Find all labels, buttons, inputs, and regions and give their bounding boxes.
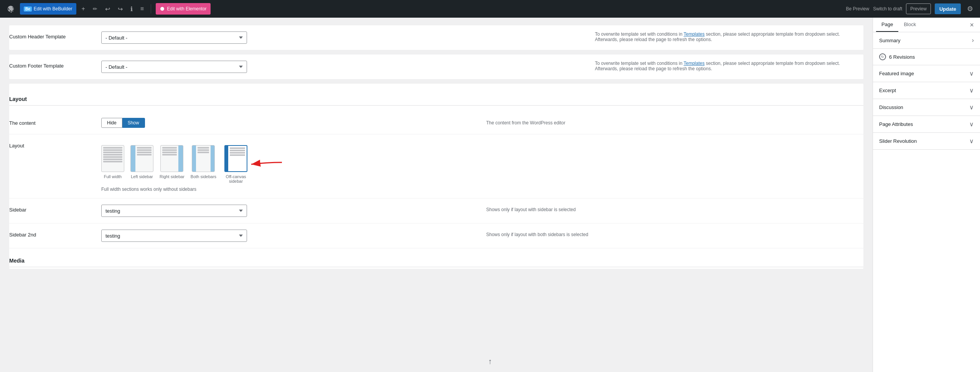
content-toggle-group: Hide Show xyxy=(101,118,479,128)
discussion-item: Discussion ∨ xyxy=(873,99,980,116)
the-content-desc: The content from the WordPress editor xyxy=(486,118,864,126)
layout-label-left: Left sidebar xyxy=(131,174,153,179)
layout-options-content: Full width xyxy=(101,141,863,192)
the-content-controls: Hide Show xyxy=(101,118,479,128)
edit-elementor-button[interactable]: Edit with Elementor xyxy=(156,3,210,15)
page-attributes-item: Page Attributes ∨ xyxy=(873,116,980,133)
layout-offcanvas[interactable]: Off-canvas sidebar xyxy=(222,145,249,184)
layout-note: Full width sections works only without s… xyxy=(101,187,863,192)
sidebar-2nd-row: Sidebar 2nd testing Shows only if layout… xyxy=(9,223,863,248)
sidebar-2nd-label: Sidebar 2nd xyxy=(9,230,94,238)
main-wrapper: Custom Header Template - Default - To ov… xyxy=(0,18,980,372)
publish-button[interactable]: Update xyxy=(935,3,961,14)
layout-icon-left xyxy=(130,145,153,172)
revisions-label: 6 Revisions xyxy=(889,54,915,60)
page-attributes-header[interactable]: Page Attributes ∨ xyxy=(873,116,980,132)
revisions-item[interactable]: ↻ 6 Revisions xyxy=(873,49,980,65)
settings-button[interactable]: ⚙ xyxy=(965,3,975,15)
summary-chevron-icon: › xyxy=(972,37,974,44)
custom-footer-row: Custom Footer Template - Default - To ov… xyxy=(9,55,863,79)
slider-revolution-chevron-icon: ∨ xyxy=(969,137,974,145)
toolbar-right: Be Preview Switch to draft Preview Updat… xyxy=(846,3,975,15)
custom-header-desc: To overwrite template set with condition… xyxy=(595,31,863,42)
page-attributes-title: Page Attributes xyxy=(879,121,913,127)
custom-header-select[interactable]: - Default - xyxy=(101,31,247,44)
custom-footer-label: Custom Footer Template xyxy=(9,61,94,69)
layout-left-sidebar[interactable]: Left sidebar xyxy=(130,145,153,184)
sidebar-desc: Shows only if layout with sidebar is sel… xyxy=(486,205,864,212)
layout-offcanvas-container: Off-canvas sidebar xyxy=(222,145,249,184)
templates-link-footer[interactable]: Templates xyxy=(684,61,705,66)
summary-header[interactable]: Summary › xyxy=(873,32,980,48)
revisions-icon: ↻ xyxy=(879,53,886,60)
custom-header-label: Custom Header Template xyxy=(9,31,94,40)
switch-to-draft-link[interactable]: Switch to draft xyxy=(873,6,902,12)
redo-button[interactable]: ↪ xyxy=(115,4,125,14)
summary-title: Summary xyxy=(879,38,901,43)
layout-icon-offcanvas xyxy=(224,145,247,172)
custom-header-row: Custom Header Template - Default - To ov… xyxy=(9,25,863,50)
the-content-label: The content xyxy=(9,118,94,126)
preview-button[interactable]: Preview xyxy=(906,3,931,14)
content-area: Custom Header Template - Default - To ov… xyxy=(0,18,873,372)
layout-right-sidebar[interactable]: Right sidebar xyxy=(160,145,184,184)
slider-revolution-header[interactable]: Slider Revolution ∨ xyxy=(873,133,980,149)
sidebar-select[interactable]: testing xyxy=(101,205,247,217)
right-panel: Page Block × Summary › ↻ 6 Revisions Fea… xyxy=(873,18,980,372)
layout-heading: Layout xyxy=(9,90,863,106)
discussion-header[interactable]: Discussion ∨ xyxy=(873,99,980,116)
layout-label-offcanvas: Off-canvas sidebar xyxy=(222,174,249,184)
layout-icon-both xyxy=(192,145,215,172)
discussion-chevron-icon: ∨ xyxy=(969,104,974,111)
excerpt-header[interactable]: Excerpt ∨ xyxy=(873,82,980,99)
layout-options-group: Full width xyxy=(101,145,863,184)
featured-image-item: Featured image ∨ xyxy=(873,65,980,82)
slider-revolution-item: Slider Revolution ∨ xyxy=(873,133,980,150)
toolbar: Be Edit with BeBuilder + ✏ ↩ ↪ ℹ ≡ Edit … xyxy=(0,0,980,18)
list-button[interactable]: ≡ xyxy=(138,4,146,14)
featured-image-chevron-icon: ∨ xyxy=(969,70,974,77)
wp-logo xyxy=(5,3,17,15)
summary-item: Summary › xyxy=(873,32,980,49)
custom-header-section: Custom Header Template - Default - To ov… xyxy=(9,25,863,50)
custom-footer-select[interactable]: - Default - xyxy=(101,61,247,73)
layout-label: Layout xyxy=(9,141,94,149)
custom-footer-section: Custom Footer Template - Default - To ov… xyxy=(9,55,863,79)
red-arrow-annotation xyxy=(247,153,286,172)
show-button[interactable]: Show xyxy=(122,118,145,128)
add-block-button[interactable]: + xyxy=(79,4,87,14)
layout-label-right: Right sidebar xyxy=(160,174,184,179)
layout-both-sidebars[interactable]: Both sidebars xyxy=(191,145,216,184)
excerpt-item: Excerpt ∨ xyxy=(873,82,980,99)
templates-link-header[interactable]: Templates xyxy=(684,31,705,37)
media-heading: Media xyxy=(9,251,863,267)
sidebar-content: testing xyxy=(101,205,479,217)
edit-button[interactable]: ✏ xyxy=(91,4,100,13)
sidebar-2nd-content: testing xyxy=(101,230,479,242)
layout-options-row: Layout xyxy=(9,134,863,198)
custom-footer-content: - Default - xyxy=(101,61,587,73)
excerpt-title: Excerpt xyxy=(879,88,896,93)
hide-button[interactable]: Hide xyxy=(101,118,122,128)
tab-block[interactable]: Block xyxy=(898,18,921,32)
undo-button[interactable]: ↩ xyxy=(103,4,112,14)
toolbar-separator xyxy=(151,4,151,13)
edit-bebuilder-button[interactable]: Be Edit with BeBuilder xyxy=(20,3,76,15)
layout-icon-right xyxy=(160,145,183,172)
layout-label-both: Both sidebars xyxy=(191,174,216,179)
sidebar-2nd-select[interactable]: testing xyxy=(101,230,247,242)
info-button[interactable]: ℹ xyxy=(128,4,135,14)
sidebar-2nd-desc: Shows only if layout with both sidebars … xyxy=(486,230,864,237)
excerpt-chevron-icon: ∨ xyxy=(969,87,974,94)
discussion-title: Discussion xyxy=(879,104,903,110)
panel-close-button[interactable]: × xyxy=(967,18,977,32)
layout-label-full: Full width xyxy=(104,174,122,179)
layout-section: Layout The content Hide Show The content… xyxy=(9,84,863,269)
scroll-up-button[interactable]: ↑ xyxy=(488,357,492,366)
panel-tabs: Page Block × xyxy=(873,18,980,32)
tab-page[interactable]: Page xyxy=(876,18,898,32)
layout-full-width[interactable]: Full width xyxy=(101,145,124,184)
featured-image-header[interactable]: Featured image ∨ xyxy=(873,65,980,82)
page-attributes-chevron-icon: ∨ xyxy=(969,121,974,128)
be-preview-link[interactable]: Be Preview xyxy=(846,6,870,12)
